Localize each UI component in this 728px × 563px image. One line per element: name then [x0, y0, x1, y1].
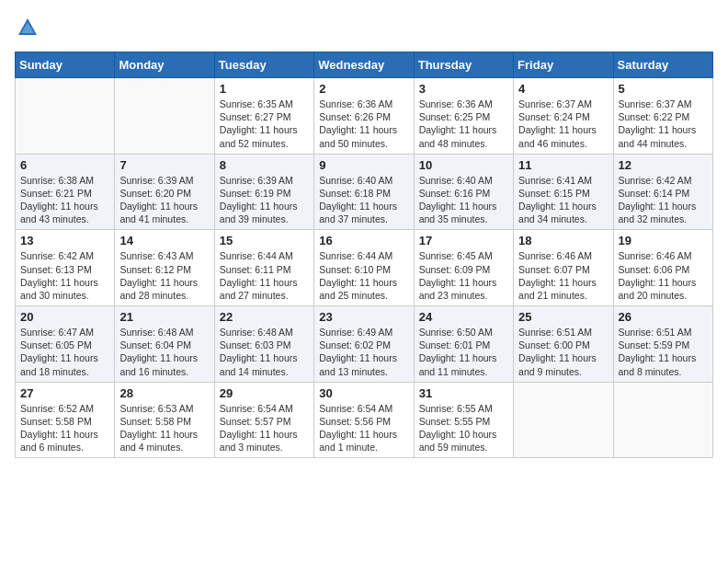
day-info: Sunrise: 6:35 AM Sunset: 6:27 PM Dayligh…	[220, 98, 309, 150]
calendar-cell	[514, 382, 613, 458]
day-number: 10	[419, 158, 508, 172]
calendar-cell: 20Sunrise: 6:47 AM Sunset: 6:05 PM Dayli…	[16, 306, 115, 383]
day-number: 15	[220, 234, 309, 247]
day-number: 21	[119, 310, 209, 324]
day-number: 1	[220, 82, 309, 96]
weekday-header-wednesday: Wednesday	[314, 52, 414, 78]
day-number: 9	[319, 158, 408, 172]
day-number: 5	[619, 82, 708, 96]
day-info: Sunrise: 6:36 AM Sunset: 6:26 PM Dayligh…	[319, 98, 408, 150]
day-info: Sunrise: 6:48 AM Sunset: 6:03 PM Dayligh…	[220, 326, 309, 378]
day-number: 3	[419, 82, 508, 96]
calendar-cell: 11Sunrise: 6:41 AM Sunset: 6:15 PM Dayli…	[514, 154, 613, 230]
day-info: Sunrise: 6:43 AM Sunset: 6:12 PM Dayligh…	[119, 249, 209, 302]
logo	[15, 15, 44, 40]
calendar-cell: 26Sunrise: 6:51 AM Sunset: 5:59 PM Dayli…	[613, 306, 712, 383]
calendar-cell: 28Sunrise: 6:53 AM Sunset: 5:58 PM Dayli…	[115, 382, 214, 458]
weekday-header-sunday: Sunday	[16, 52, 115, 78]
day-info: Sunrise: 6:42 AM Sunset: 6:13 PM Dayligh…	[20, 249, 109, 302]
weekday-header-row: SundayMondayTuesdayWednesdayThursdayFrid…	[16, 52, 713, 78]
day-number: 8	[220, 158, 309, 172]
calendar-cell: 23Sunrise: 6:49 AM Sunset: 6:02 PM Dayli…	[314, 306, 414, 383]
calendar-cell: 21Sunrise: 6:48 AM Sunset: 6:04 PM Dayli…	[115, 306, 214, 383]
day-number: 27	[20, 386, 109, 400]
day-number: 2	[319, 82, 408, 96]
calendar-cell: 27Sunrise: 6:52 AM Sunset: 5:58 PM Dayli…	[16, 382, 115, 458]
day-number: 13	[20, 234, 109, 247]
day-number: 11	[518, 158, 608, 172]
day-number: 24	[419, 310, 508, 324]
day-info: Sunrise: 6:52 AM Sunset: 5:58 PM Dayligh…	[20, 402, 109, 454]
day-number: 25	[518, 310, 608, 324]
calendar-cell: 2Sunrise: 6:36 AM Sunset: 6:26 PM Daylig…	[314, 78, 414, 155]
day-number: 6	[20, 158, 109, 172]
day-info: Sunrise: 6:50 AM Sunset: 6:01 PM Dayligh…	[419, 326, 508, 378]
day-number: 23	[319, 310, 408, 324]
calendar-week-row: 13Sunrise: 6:42 AM Sunset: 6:13 PM Dayli…	[16, 230, 713, 306]
day-info: Sunrise: 6:51 AM Sunset: 6:00 PM Dayligh…	[518, 326, 608, 378]
weekday-header-saturday: Saturday	[613, 52, 712, 78]
calendar-cell: 3Sunrise: 6:36 AM Sunset: 6:25 PM Daylig…	[414, 78, 513, 155]
calendar-cell: 17Sunrise: 6:45 AM Sunset: 6:09 PM Dayli…	[414, 230, 513, 306]
calendar-cell: 16Sunrise: 6:44 AM Sunset: 6:10 PM Dayli…	[314, 230, 414, 306]
logo-icon	[15, 15, 40, 40]
weekday-header-friday: Friday	[514, 52, 613, 78]
calendar-cell: 31Sunrise: 6:55 AM Sunset: 5:55 PM Dayli…	[414, 382, 513, 458]
day-info: Sunrise: 6:54 AM Sunset: 5:56 PM Dayligh…	[319, 402, 408, 454]
day-info: Sunrise: 6:51 AM Sunset: 5:59 PM Dayligh…	[619, 326, 708, 378]
calendar-cell	[613, 382, 712, 458]
day-number: 17	[419, 234, 508, 247]
day-info: Sunrise: 6:44 AM Sunset: 6:11 PM Dayligh…	[220, 249, 309, 302]
calendar-cell: 10Sunrise: 6:40 AM Sunset: 6:16 PM Dayli…	[414, 154, 513, 230]
calendar-cell: 22Sunrise: 6:48 AM Sunset: 6:03 PM Dayli…	[214, 306, 313, 383]
calendar-cell: 9Sunrise: 6:40 AM Sunset: 6:18 PM Daylig…	[314, 154, 414, 230]
calendar-cell: 7Sunrise: 6:39 AM Sunset: 6:20 PM Daylig…	[115, 154, 214, 230]
calendar-cell	[115, 78, 214, 155]
day-info: Sunrise: 6:37 AM Sunset: 6:24 PM Dayligh…	[518, 98, 608, 150]
calendar-week-row: 6Sunrise: 6:38 AM Sunset: 6:21 PM Daylig…	[16, 154, 713, 230]
weekday-header-thursday: Thursday	[414, 52, 513, 78]
day-info: Sunrise: 6:39 AM Sunset: 6:19 PM Dayligh…	[220, 174, 309, 226]
day-number: 7	[119, 158, 209, 172]
day-info: Sunrise: 6:38 AM Sunset: 6:21 PM Dayligh…	[20, 174, 109, 226]
calendar-cell: 4Sunrise: 6:37 AM Sunset: 6:24 PM Daylig…	[514, 78, 613, 155]
day-number: 19	[619, 234, 708, 247]
calendar-week-row: 20Sunrise: 6:47 AM Sunset: 6:05 PM Dayli…	[16, 306, 713, 383]
day-info: Sunrise: 6:41 AM Sunset: 6:15 PM Dayligh…	[518, 174, 608, 226]
day-info: Sunrise: 6:47 AM Sunset: 6:05 PM Dayligh…	[20, 326, 109, 378]
calendar-cell: 1Sunrise: 6:35 AM Sunset: 6:27 PM Daylig…	[214, 78, 313, 155]
day-number: 30	[319, 386, 408, 400]
day-info: Sunrise: 6:46 AM Sunset: 6:06 PM Dayligh…	[619, 249, 708, 302]
calendar-table: SundayMondayTuesdayWednesdayThursdayFrid…	[15, 52, 713, 458]
calendar-cell: 5Sunrise: 6:37 AM Sunset: 6:22 PM Daylig…	[613, 78, 712, 155]
day-info: Sunrise: 6:44 AM Sunset: 6:10 PM Dayligh…	[319, 249, 408, 302]
day-number: 29	[220, 386, 309, 400]
calendar-week-row: 27Sunrise: 6:52 AM Sunset: 5:58 PM Dayli…	[16, 382, 713, 458]
day-info: Sunrise: 6:46 AM Sunset: 6:07 PM Dayligh…	[518, 249, 608, 302]
page-header	[15, 15, 713, 40]
day-number: 4	[518, 82, 608, 96]
day-number: 14	[119, 234, 209, 247]
weekday-header-tuesday: Tuesday	[214, 52, 313, 78]
day-number: 31	[419, 386, 508, 400]
day-info: Sunrise: 6:53 AM Sunset: 5:58 PM Dayligh…	[119, 402, 209, 454]
calendar-cell: 8Sunrise: 6:39 AM Sunset: 6:19 PM Daylig…	[214, 154, 313, 230]
calendar-cell: 6Sunrise: 6:38 AM Sunset: 6:21 PM Daylig…	[16, 154, 115, 230]
calendar-cell	[16, 78, 115, 155]
day-number: 26	[619, 310, 708, 324]
calendar-cell: 19Sunrise: 6:46 AM Sunset: 6:06 PM Dayli…	[613, 230, 712, 306]
calendar-cell: 15Sunrise: 6:44 AM Sunset: 6:11 PM Dayli…	[214, 230, 313, 306]
calendar-cell: 18Sunrise: 6:46 AM Sunset: 6:07 PM Dayli…	[514, 230, 613, 306]
day-info: Sunrise: 6:49 AM Sunset: 6:02 PM Dayligh…	[319, 326, 408, 378]
weekday-header-monday: Monday	[115, 52, 214, 78]
day-info: Sunrise: 6:40 AM Sunset: 6:16 PM Dayligh…	[419, 174, 508, 226]
day-info: Sunrise: 6:48 AM Sunset: 6:04 PM Dayligh…	[119, 326, 209, 378]
calendar-cell: 29Sunrise: 6:54 AM Sunset: 5:57 PM Dayli…	[214, 382, 313, 458]
day-number: 20	[20, 310, 109, 324]
calendar-week-row: 1Sunrise: 6:35 AM Sunset: 6:27 PM Daylig…	[16, 78, 713, 155]
day-number: 12	[619, 158, 708, 172]
day-number: 28	[119, 386, 209, 400]
day-info: Sunrise: 6:37 AM Sunset: 6:22 PM Dayligh…	[619, 98, 708, 150]
calendar-cell: 25Sunrise: 6:51 AM Sunset: 6:00 PM Dayli…	[514, 306, 613, 383]
calendar-cell: 12Sunrise: 6:42 AM Sunset: 6:14 PM Dayli…	[613, 154, 712, 230]
